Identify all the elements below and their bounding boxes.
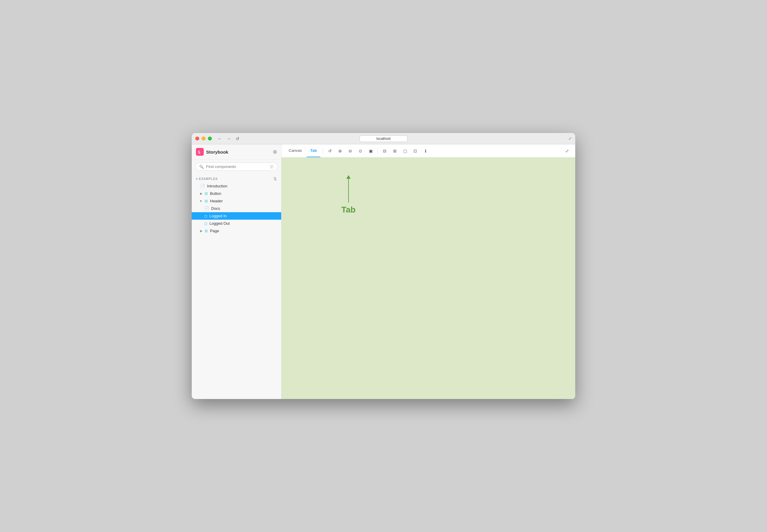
info-icon: ℹ <box>425 149 426 153</box>
story-icon: ◻ <box>204 214 207 218</box>
outline-button[interactable]: ▢ <box>401 146 410 155</box>
logo-area: S Storybook <box>196 148 228 156</box>
main-content: S Storybook ⚙ 🔍 / ▾ EXAMPLES ⇅ <box>192 144 575 399</box>
sidebar-item-header-docs[interactable]: 📄 Docs <box>192 205 281 212</box>
expand-arrow-icon: ▶ <box>200 192 203 195</box>
toolbar-divider <box>323 148 323 154</box>
canvas-tab-label: Tab <box>341 205 356 215</box>
expand-arrow-icon: ▶ <box>200 229 203 233</box>
tab-canvas[interactable]: Canvas <box>285 144 305 157</box>
close-button[interactable] <box>196 137 199 140</box>
nav-buttons: ← → ↺ <box>217 136 241 142</box>
titlebar: ← → ↺ localhost ⤢ <box>192 133 575 144</box>
sort-icon[interactable]: ⇅ <box>274 177 277 181</box>
sidebar-item-introduction[interactable]: 📄 Introduction <box>192 182 281 190</box>
arrow-head-icon <box>346 175 351 179</box>
section-title: EXAMPLES <box>199 177 274 181</box>
fit-screen-button[interactable]: ▣ <box>366 146 375 155</box>
storybook-title: Storybook <box>206 149 228 155</box>
reload-button[interactable]: ↺ <box>326 146 334 155</box>
sidebar-item-page[interactable]: ▶ ⊞ Page <box>192 227 281 235</box>
sidebar-item-label: Header <box>210 199 223 203</box>
new-window-button[interactable]: ⤢ <box>563 146 571 155</box>
section-label-examples: ▾ EXAMPLES ⇅ <box>192 174 281 182</box>
grid-1-icon: ⊟ <box>383 149 386 153</box>
zoom-in-icon: ⊕ <box>338 149 342 153</box>
zoom-reset-icon: ⊙ <box>359 149 362 153</box>
grid-button-1[interactable]: ⊟ <box>380 146 389 155</box>
section-toggle-icon: ▾ <box>196 177 198 181</box>
story-icon: ◻ <box>204 221 207 226</box>
canvas-arrow <box>346 175 351 203</box>
zoom-out-icon: ⊖ <box>349 149 352 153</box>
background-icon: ⊡ <box>413 149 417 153</box>
doc-icon: 📄 <box>200 184 205 188</box>
search-shortcut: / <box>270 165 274 169</box>
sidebar-item-header[interactable]: ▾ ⊞ Header <box>192 197 281 205</box>
settings-button[interactable]: ⚙ <box>273 149 277 155</box>
outline-icon: ▢ <box>403 149 407 153</box>
fit-screen-icon: ▣ <box>369 149 373 153</box>
external-link-icon[interactable]: ⤢ <box>568 136 571 141</box>
sidebar-item-label: Button <box>210 191 222 196</box>
search-icon: 🔍 <box>199 165 204 169</box>
component-icon: ⊞ <box>205 199 208 203</box>
svg-text:S: S <box>198 150 201 155</box>
right-panel: Canvas Tab ↺ ⊕ ⊖ ⊙ ▣ <box>282 144 575 399</box>
doc-icon: 📄 <box>204 206 209 211</box>
search-input[interactable] <box>206 164 268 169</box>
storybook-logo-icon: S <box>196 148 204 156</box>
canvas-label: Tab <box>341 175 356 215</box>
grid-button-2[interactable]: ⊞ <box>390 146 399 155</box>
grid-2-icon: ⊞ <box>393 149 397 153</box>
sidebar: S Storybook ⚙ 🔍 / ▾ EXAMPLES ⇅ <box>192 144 282 399</box>
sidebar-item-button[interactable]: ▶ ⊞ Button <box>192 190 281 197</box>
window-controls-right: ⤢ <box>568 136 571 141</box>
sidebar-header: S Storybook ⚙ <box>192 144 281 160</box>
minimize-button[interactable] <box>202 137 206 140</box>
toolbar-right: ⤢ <box>563 146 571 155</box>
canvas-area: Tab <box>282 158 575 399</box>
sidebar-item-label: Docs <box>211 206 220 211</box>
refresh-button[interactable]: ↺ <box>235 136 241 142</box>
sidebar-item-header-logged-out[interactable]: ◻ Logged Out <box>192 220 281 227</box>
traffic-lights <box>196 137 212 140</box>
tab-tab[interactable]: Tab <box>307 144 320 157</box>
search-bar[interactable]: 🔍 / <box>196 163 278 171</box>
expand-arrow-icon: ▾ <box>200 199 203 203</box>
reload-icon: ↺ <box>328 149 332 153</box>
sidebar-item-label: Logged Out <box>210 221 230 226</box>
url-bar[interactable]: localhost <box>360 135 407 142</box>
zoom-reset-button[interactable]: ⊙ <box>356 146 365 155</box>
sidebar-item-label: Page <box>210 229 219 233</box>
forward-button[interactable]: → <box>226 136 232 142</box>
new-window-icon: ⤢ <box>565 149 569 153</box>
sidebar-item-label: Introduction <box>207 184 227 188</box>
component-icon: ⊞ <box>205 191 208 196</box>
toolbar: Canvas Tab ↺ ⊕ ⊖ ⊙ ▣ <box>282 144 575 158</box>
maximize-button[interactable] <box>208 137 212 140</box>
sidebar-item-header-logged-in[interactable]: ◻ Logged In <box>192 212 281 220</box>
back-button[interactable]: ← <box>217 136 223 142</box>
background-button[interactable]: ⊡ <box>411 146 420 155</box>
zoom-in-button[interactable]: ⊕ <box>336 146 345 155</box>
sidebar-item-label: Logged In <box>210 214 227 218</box>
component-icon: ⊞ <box>205 229 208 233</box>
arrow-line <box>348 179 349 203</box>
browser-window: ← → ↺ localhost ⤢ S Storybook ⚙ <box>192 133 575 399</box>
info-button[interactable]: ℹ <box>421 146 430 155</box>
zoom-out-button[interactable]: ⊖ <box>346 146 355 155</box>
